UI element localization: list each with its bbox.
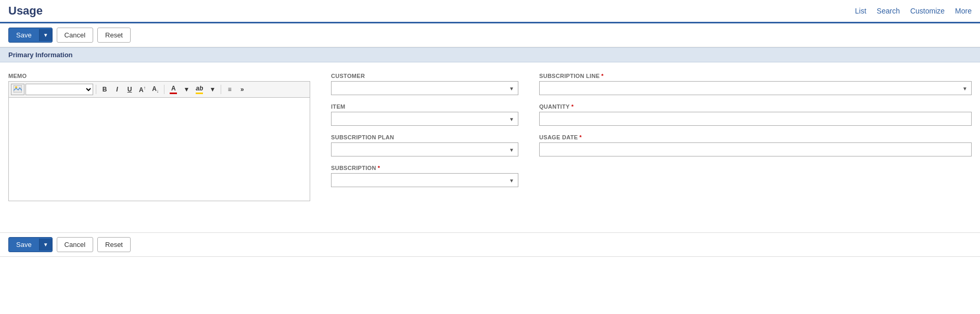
- subscription-select[interactable]: [331, 173, 518, 187]
- item-select-wrapper: [331, 112, 518, 126]
- form-body: MEMO Arial Times New Roman Courier New B: [0, 62, 980, 212]
- memo-subscript-button[interactable]: A↓: [149, 84, 161, 95]
- memo-toolbar: Arial Times New Roman Courier New B I U …: [8, 81, 310, 97]
- memo-column: MEMO Arial Times New Roman Courier New B: [8, 73, 310, 201]
- subscription-plan-label: SUBSCRIPTION PLAN: [331, 134, 518, 140]
- memo-highlight-dropdown[interactable]: ▼: [207, 84, 218, 95]
- quantity-label: QUANTITY*: [539, 103, 972, 110]
- memo-sep-2: [164, 85, 164, 94]
- subscription-line-label: SUBSCRIPTION LINE*: [539, 73, 972, 79]
- top-bar: Usage List Search Customize More: [0, 0, 980, 23]
- nav-search[interactable]: Search: [877, 7, 900, 15]
- memo-font-color-dropdown[interactable]: ▼: [181, 84, 192, 95]
- middle-column: CUSTOMER ITEM SUBSCRIPTION PLAN: [331, 73, 518, 195]
- subscription-line-field-group: SUBSCRIPTION LINE*: [539, 73, 972, 95]
- bottom-save-button[interactable]: Save: [9, 238, 39, 252]
- customer-label: CUSTOMER: [331, 73, 518, 79]
- subscription-line-required-star: *: [601, 73, 604, 79]
- memo-editor[interactable]: [8, 97, 310, 201]
- memo-align-button[interactable]: ≡: [224, 84, 235, 95]
- memo-font-color-button[interactable]: A: [167, 83, 180, 96]
- item-field-group: ITEM: [331, 103, 518, 126]
- bottom-toolbar: Save ▼ Cancel Reset: [0, 232, 980, 257]
- subscription-required-star: *: [378, 165, 380, 171]
- bottom-reset-button[interactable]: Reset: [97, 237, 131, 252]
- subscription-plan-select[interactable]: [331, 142, 518, 156]
- nav-list[interactable]: List: [855, 7, 867, 15]
- memo-sep-1: [96, 85, 96, 94]
- top-nav: List Search Customize More: [855, 7, 972, 15]
- quantity-required-star: *: [571, 103, 574, 110]
- reset-button[interactable]: Reset: [97, 28, 131, 43]
- usage-date-field-group: USAGE DATE*: [539, 134, 972, 156]
- nav-customize[interactable]: Customize: [910, 7, 945, 15]
- usage-date-input[interactable]: [539, 142, 972, 156]
- section-primary-info: Primary Information: [0, 47, 980, 62]
- item-label: ITEM: [331, 103, 518, 110]
- memo-bold-button[interactable]: B: [99, 84, 110, 95]
- usage-date-label: USAGE DATE*: [539, 134, 972, 140]
- toolbar: Save ▼ Cancel Reset: [0, 23, 980, 47]
- bottom-cancel-button[interactable]: Cancel: [57, 237, 93, 252]
- memo-superscript-button[interactable]: A↑: [136, 84, 148, 95]
- subscription-plan-field-group: SUBSCRIPTION PLAN: [331, 134, 518, 156]
- memo-italic-button[interactable]: I: [111, 84, 123, 95]
- subscription-select-wrapper: [331, 173, 518, 187]
- memo-highlight-button[interactable]: ab: [193, 83, 206, 96]
- memo-more-button[interactable]: »: [236, 84, 248, 95]
- subscription-plan-select-wrapper: [331, 142, 518, 156]
- subscription-line-select-wrapper: [539, 81, 972, 95]
- subscription-line-select[interactable]: [539, 81, 972, 95]
- save-button-group: Save ▼: [8, 28, 53, 43]
- quantity-field-group: QUANTITY*: [539, 103, 972, 126]
- customer-select-wrapper: [331, 81, 518, 95]
- customer-field-group: CUSTOMER: [331, 73, 518, 95]
- save-button[interactable]: Save: [9, 28, 39, 42]
- memo-underline-button[interactable]: U: [124, 84, 135, 95]
- memo-image-button[interactable]: [11, 84, 24, 95]
- highlight-color-indicator: [196, 93, 203, 94]
- cancel-button[interactable]: Cancel: [57, 28, 93, 43]
- right-column: SUBSCRIPTION LINE* QUANTITY* USAGE DATE*: [539, 73, 972, 165]
- memo-label: MEMO: [8, 73, 310, 79]
- bottom-save-dropdown-button[interactable]: ▼: [39, 239, 52, 251]
- page-title: Usage: [8, 4, 43, 18]
- subscription-label: SUBSCRIPTION*: [331, 165, 518, 171]
- item-select[interactable]: [331, 112, 518, 126]
- nav-more[interactable]: More: [955, 7, 972, 15]
- image-icon: [14, 85, 22, 93]
- bottom-save-button-group: Save ▼: [8, 237, 53, 252]
- memo-sep-3: [221, 85, 221, 94]
- usage-date-required-star: *: [579, 134, 582, 140]
- memo-font-select[interactable]: Arial Times New Roman Courier New: [26, 84, 93, 95]
- font-color-indicator: [170, 93, 177, 94]
- subscription-field-group: SUBSCRIPTION*: [331, 165, 518, 187]
- quantity-input[interactable]: [539, 112, 972, 126]
- save-dropdown-button[interactable]: ▼: [39, 29, 52, 41]
- customer-select[interactable]: [331, 81, 518, 95]
